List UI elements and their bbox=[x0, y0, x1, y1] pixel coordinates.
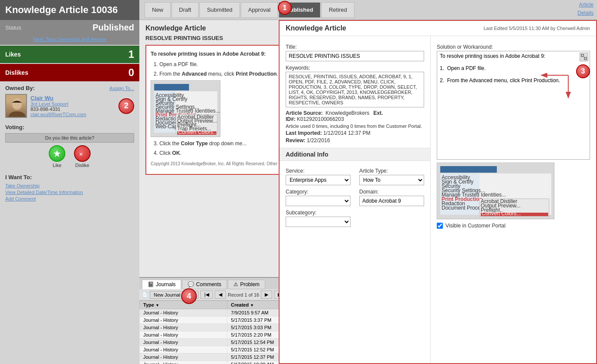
avatar-image bbox=[6, 95, 26, 117]
badge-2: 2 bbox=[118, 98, 134, 114]
keywords-field-label: Keywords: bbox=[286, 65, 424, 71]
overlay-body: Title: Keywords: RESOLVE, PRINTING, ISSU… bbox=[280, 36, 596, 363]
next-action-link[interactable]: Next: Take Ownership and Review bbox=[33, 37, 106, 42]
article-header-title: Knowledge Article bbox=[145, 24, 206, 32]
tab-retired[interactable]: Retired bbox=[321, 2, 354, 18]
svg-rect-29 bbox=[584, 57, 587, 60]
keywords-box: RESOLVE, PRINTING, ISSUES, ADOBE, ACROBA… bbox=[286, 72, 424, 107]
comments-icon: 💬 bbox=[188, 281, 194, 287]
review-line: Review: 1/22/2016 bbox=[286, 137, 424, 144]
owner-department[interactable]: 3rd Level Support bbox=[30, 101, 115, 107]
dislikes-count: 0 bbox=[128, 67, 134, 79]
voting-section: Voting: Do you like this article? Like ✕… bbox=[0, 121, 139, 170]
status-bar: Status Published bbox=[0, 20, 139, 35]
nav-next-button[interactable]: ▶ bbox=[261, 291, 272, 299]
visible-portal-checkbox[interactable] bbox=[437, 223, 443, 229]
voting-label: Voting: bbox=[5, 124, 134, 130]
dislikes-label: Dislikes bbox=[5, 69, 28, 76]
dislike-icon: ✕ bbox=[74, 145, 91, 162]
article-screenshot: Accessibility Sign & Certify Security Se… bbox=[151, 80, 220, 137]
status-value: Published bbox=[92, 23, 134, 33]
overlay-header: Knowledge Article Last Edited 5/5/2015 1… bbox=[280, 21, 596, 36]
additional-info-body: Service: Enterprise Apps Category: Subca… bbox=[280, 161, 430, 230]
next-action-bar: Next: Take Ownership and Review bbox=[0, 35, 139, 45]
bottom-tab-journals[interactable]: 📓 Journals bbox=[142, 280, 181, 289]
svg-rect-28 bbox=[581, 54, 584, 57]
article-title: Knowledge Article 10036 bbox=[5, 4, 134, 16]
likes-label: Likes bbox=[5, 51, 21, 58]
solution-textarea-wrap: To resolve printing issues in Adobe Acro… bbox=[437, 51, 590, 161]
details-link[interactable]: Details bbox=[577, 9, 594, 17]
likes-count: 1 bbox=[128, 48, 134, 60]
left-panel: Knowledge Article 10036 Status Published… bbox=[0, 0, 139, 364]
record-info: Record 1 of 16 bbox=[228, 292, 259, 297]
additional-right: Article Type: How To Domain: bbox=[359, 164, 424, 227]
service-select[interactable]: Enterprise Apps bbox=[286, 175, 351, 185]
view-detail-link[interactable]: View Detailed Date/Time Information bbox=[5, 190, 134, 195]
category-select[interactable] bbox=[286, 196, 351, 206]
owner-info: Clair Wu 3rd Level Support 833-898-4331 … bbox=[5, 94, 134, 118]
assign-to-link[interactable]: Assign To... bbox=[109, 86, 134, 91]
title-field-label: Title: bbox=[286, 44, 424, 50]
overlay-title: Knowledge Article bbox=[286, 24, 346, 32]
solution-screenshot: Accessibility Sign & Certify Security Se… bbox=[437, 163, 554, 219]
add-comment-link[interactable]: Add Comment bbox=[5, 196, 134, 201]
overlay-left: Title: Keywords: RESOLVE, PRINTING, ISSU… bbox=[280, 36, 431, 363]
nav-first-button[interactable]: |◀ bbox=[200, 291, 213, 299]
dislike-label: Dislike bbox=[75, 163, 89, 168]
svg-text:Convert Colors...: Convert Colors... bbox=[178, 129, 217, 135]
owned-by-label: Owned By: bbox=[5, 85, 35, 91]
cell-type: Journal - History bbox=[140, 309, 227, 317]
problem-icon: ⚠ bbox=[233, 281, 238, 287]
like-icon bbox=[49, 145, 65, 162]
cell-type: Journal - History bbox=[140, 324, 227, 331]
subcategory-select[interactable] bbox=[286, 217, 351, 227]
top-links: Article Details bbox=[577, 1, 594, 17]
cell-type: Journal - History bbox=[140, 331, 227, 339]
dislikes-bar: Dislikes 0 bbox=[0, 64, 139, 81]
article-type-select[interactable]: How To bbox=[359, 175, 424, 185]
owner-phone: 833-898-4331 bbox=[30, 107, 115, 112]
article-type-label: Article Type: bbox=[359, 168, 424, 174]
visible-portal-label: Visible in Customer Portal bbox=[445, 223, 506, 229]
solution-textarea[interactable]: To resolve printing issues in Adobe Acro… bbox=[437, 51, 590, 160]
cell-type: Journal - History bbox=[140, 354, 227, 361]
visible-portal-line: Visible in Customer Portal bbox=[437, 223, 590, 229]
nav-prev-button[interactable]: ◀ bbox=[215, 291, 226, 299]
bottom-tab-problem[interactable]: ⚠ Problem bbox=[228, 280, 265, 289]
tab-bar: 1 New Draft Submitted Approval Published… bbox=[139, 0, 597, 20]
new-journal-icon: 📄 bbox=[142, 292, 148, 297]
take-ownership-link[interactable]: Take Ownership bbox=[5, 183, 134, 188]
tab-submitted[interactable]: Submitted bbox=[199, 2, 240, 18]
i-want-to-section: I Want To: Take Ownership View Detailed … bbox=[0, 170, 139, 206]
i-want-to-label: I Want To: bbox=[5, 174, 134, 180]
overlay-right: Solution or Workaround: To resolve print… bbox=[431, 36, 596, 363]
svg-rect-31 bbox=[440, 166, 497, 173]
app-title-bar: Knowledge Article 10036 bbox=[0, 0, 139, 20]
title-input[interactable] bbox=[286, 51, 424, 61]
like-label: Like bbox=[53, 163, 61, 168]
service-label: Service: bbox=[286, 168, 351, 174]
solution-expand-icon[interactable] bbox=[580, 53, 588, 61]
tab-draft[interactable]: Draft bbox=[172, 2, 199, 18]
article-link[interactable]: Article bbox=[579, 1, 594, 9]
subcategory-label: Subcategory: bbox=[286, 210, 351, 216]
article-used-line: Article used 0 times, including 0 times … bbox=[286, 124, 424, 129]
owner-name[interactable]: Clair Wu bbox=[30, 95, 115, 101]
svg-rect-9 bbox=[154, 84, 189, 90]
badge-4: 4 bbox=[181, 288, 197, 304]
owner-email[interactable]: clair.wu@RiverTCorp.com bbox=[30, 112, 115, 117]
owned-by-section: Owned By: Assign To... bbox=[0, 81, 139, 121]
tab-approval[interactable]: Approval bbox=[241, 2, 278, 18]
status-label: Status bbox=[5, 24, 21, 31]
additional-left: Service: Enterprise Apps Category: Subca… bbox=[286, 164, 351, 227]
bottom-tab-comments[interactable]: 💬 Comments bbox=[182, 280, 227, 289]
overlay-panel: Knowledge Article Last Edited 5/5/2015 1… bbox=[279, 20, 597, 364]
tab-new[interactable]: New bbox=[145, 2, 171, 18]
avatar bbox=[5, 94, 27, 118]
domain-input[interactable] bbox=[359, 196, 424, 206]
cell-type: Journal - History bbox=[140, 317, 227, 324]
article-source-line: Article Source: KnowledgeBrokers Ext. ID… bbox=[286, 110, 424, 122]
like-button[interactable]: Like bbox=[49, 145, 65, 168]
dislike-button[interactable]: ✕ Dislike bbox=[74, 145, 91, 168]
